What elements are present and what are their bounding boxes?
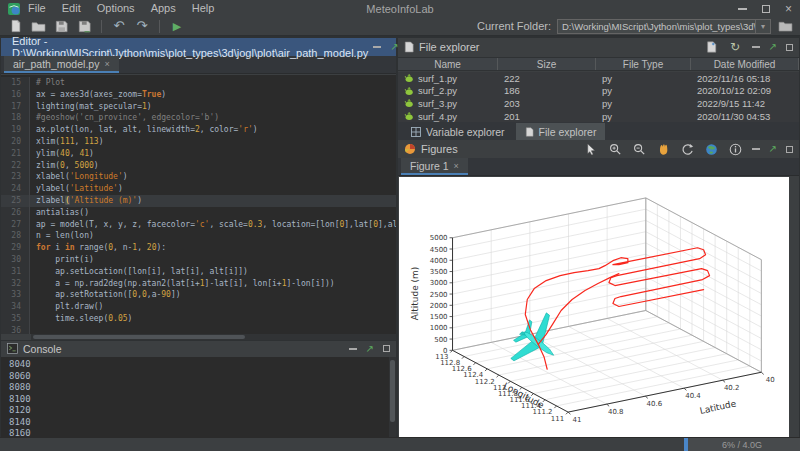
code-line[interactable]: 17lighting(mat_specular=1) (1, 101, 396, 113)
info-icon[interactable] (728, 142, 743, 157)
tab-air-path-model[interactable]: air_path_model.py × (4, 56, 119, 73)
code-line[interactable]: 21ylim(40, 41) (1, 148, 396, 160)
code-line[interactable]: 20xlim(111, 113) (1, 136, 396, 148)
open-folder-icon[interactable] (30, 18, 46, 34)
menu-edit[interactable]: Edit (54, 0, 89, 17)
svg-text:4000: 4000 (430, 257, 448, 265)
memory-indicator[interactable]: 6% / 4.0G (684, 438, 800, 451)
code-line[interactable]: 27ap = model(T, x, y, z, facecolor='c', … (1, 219, 396, 231)
column-header[interactable]: Name (398, 58, 498, 70)
scrollbar-thumb[interactable] (33, 335, 245, 339)
figures-panel-title: Figures (421, 143, 458, 155)
current-folder-combobox[interactable]: D:\Working\MIScript\Jython\mis\plot_type… (557, 19, 771, 34)
menu-file[interactable]: File (20, 0, 54, 17)
console-output[interactable]: 8040806080808100812081408160 (1, 357, 389, 437)
panel-maximize-icon[interactable] (786, 146, 793, 153)
file-date: 2020/10/12 02:09 (691, 85, 799, 96)
file-row[interactable]: surf_4.py201py2020/11/30 04:53 (398, 110, 799, 122)
code-line[interactable]: 22zlim(0, 5000) (1, 160, 396, 172)
line-number: 36 (1, 325, 30, 334)
select-cursor-icon[interactable] (584, 142, 599, 157)
code-line[interactable]: 30 print(i) (1, 254, 396, 266)
undo-icon[interactable]: ↶ (111, 18, 127, 34)
current-folder-label: Current Folder: (477, 20, 551, 32)
line-number: 26 (1, 207, 30, 219)
file-table-header: NameSizeFile TypeDate Modified (398, 57, 799, 71)
code-line[interactable]: 36 (1, 325, 396, 334)
column-header[interactable]: Size (498, 58, 596, 70)
new-file-icon[interactable] (7, 18, 23, 34)
refresh-icon[interactable]: ↻ (728, 40, 743, 55)
pan-hand-icon[interactable] (656, 142, 671, 157)
code-line[interactable]: 18#geoshow('cn_province', edgecolor='b') (1, 112, 396, 124)
globe-icon[interactable] (704, 142, 719, 157)
panel-maximize-icon[interactable] (786, 44, 793, 51)
rotate-icon[interactable] (680, 142, 695, 157)
panel-float-icon[interactable]: ↗ (769, 42, 777, 52)
browse-folder-icon[interactable] (777, 18, 793, 34)
console-scrollbar[interactable] (389, 357, 396, 437)
code-line[interactable]: 25zlabel('Altitude (m)') (1, 195, 396, 207)
panel-float-icon[interactable]: ↗ (769, 144, 777, 154)
close-icon[interactable]: × (454, 161, 459, 171)
close-button[interactable]: × (785, 4, 792, 14)
code-line[interactable]: 16ax = axes3d(axes_zoom=True) (1, 89, 396, 101)
menu-options[interactable]: Options (89, 0, 143, 17)
maximize-button[interactable] (762, 5, 770, 13)
panel-minimize-icon[interactable] (752, 148, 760, 150)
tab-file-explorer[interactable]: File explorer (516, 123, 606, 140)
close-icon[interactable]: × (104, 59, 109, 69)
panel-minimize-icon[interactable] (752, 46, 760, 48)
file-row[interactable]: surf_2.py186py2020/10/12 02:09 (398, 85, 799, 98)
save-as-icon[interactable] (76, 18, 92, 34)
console-output-line: 8040 (9, 359, 389, 371)
plot-3d-axes: 113112.8112.6112.4112.2112111.8111.6111.… (410, 198, 775, 424)
code-line[interactable]: 19ax.plot(lon, lat, alt, linewidth=2, co… (1, 124, 396, 136)
zoom-out-icon[interactable] (632, 142, 647, 157)
column-header[interactable]: Date Modified (691, 58, 799, 70)
panel-float-icon[interactable]: ↗ (366, 344, 374, 354)
editor-horizontal-scrollbar[interactable] (31, 334, 396, 340)
panel-minimize-icon[interactable] (373, 46, 381, 48)
new-document-icon[interactable] (704, 40, 719, 55)
file-explorer-header: File explorer ↻ ↗ (398, 38, 799, 56)
python-file-icon (404, 111, 414, 121)
panel-maximize-icon[interactable] (383, 345, 390, 352)
code-line[interactable]: 28n = len(lon) (1, 230, 396, 242)
code-line[interactable]: 29for i in range(0, n-1, 20): (1, 242, 396, 254)
file-row[interactable]: surf_1.py222py2022/11/16 05:18 (398, 72, 799, 85)
line-number: 21 (1, 148, 30, 160)
figure-canvas[interactable]: 113112.8112.6112.4112.2112111.8111.6111.… (399, 177, 789, 437)
tab-variable-explorer[interactable]: Variable explorer (402, 123, 514, 140)
save-icon[interactable] (53, 18, 69, 34)
panel-minimize-icon[interactable] (349, 348, 357, 350)
redo-icon[interactable]: ↷ (134, 18, 150, 34)
code-line[interactable]: 34 plt.draw() (1, 301, 396, 313)
file-type: py (596, 98, 691, 109)
menu-help[interactable]: Help (184, 0, 223, 17)
code-editor[interactable]: 15# Plot16ax = axes3d(axes_zoom=True)17l… (1, 75, 396, 334)
current-folder-value: D:\Working\MIScript\Jython\mis\plot_type… (558, 21, 755, 32)
code-line[interactable]: 23xlabel('Longitude') (1, 171, 396, 183)
menu-apps[interactable]: Apps (143, 0, 184, 17)
chevron-down-icon[interactable]: ▾ (755, 20, 770, 33)
svg-text:41: 41 (573, 416, 582, 424)
line-number: 24 (1, 183, 30, 195)
code-line[interactable]: 24ylabel('Latitude') (1, 183, 396, 195)
code-line[interactable]: 31 ap.setLocation([lon[i], lat[i], alt[i… (1, 266, 396, 278)
code-line[interactable]: 35 time.sleep(0.05) (1, 313, 396, 325)
zoom-in-icon[interactable] (608, 142, 623, 157)
file-date: 2020/11/30 04:53 (691, 111, 799, 122)
column-header[interactable]: File Type (596, 58, 691, 70)
scrollbar-thumb[interactable] (390, 360, 395, 422)
code-line[interactable]: 15# Plot (1, 77, 396, 89)
code-line[interactable]: 32 a = np.rad2deg(np.atan2(lat[i+1]-lat[… (1, 278, 396, 290)
tab-figure-1[interactable]: Figure 1 × (401, 158, 468, 175)
code-line[interactable]: 33 ap.setRotation([0,0,a-90]) (1, 289, 396, 301)
file-row[interactable]: surf_3.py203py2022/9/15 11:42 (398, 97, 799, 110)
run-script-icon[interactable]: ▶ (169, 18, 185, 34)
minimize-button[interactable] (738, 8, 747, 10)
code-line[interactable]: 26antialias() (1, 207, 396, 219)
line-number: 25 (1, 195, 30, 207)
figures-tab-bar: Figure 1 × (398, 158, 799, 176)
